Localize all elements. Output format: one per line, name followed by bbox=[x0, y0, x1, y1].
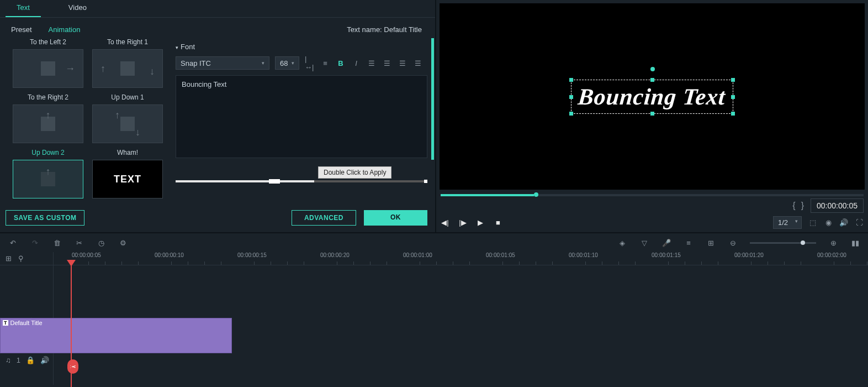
align-left-icon[interactable]: ☰ bbox=[367, 58, 377, 68]
render-icon[interactable]: ◈ bbox=[617, 238, 627, 248]
add-media-icon[interactable]: ⊞ bbox=[706, 238, 716, 248]
ruler-tick: 00:00:02:00 bbox=[817, 252, 846, 258]
add-track-icon[interactable]: ⊞ bbox=[6, 254, 12, 263]
ok-button[interactable]: OK bbox=[364, 210, 427, 226]
italic-button[interactable]: I bbox=[351, 58, 361, 68]
apply-tooltip: Double Click to Apply bbox=[318, 166, 391, 179]
font-section-header[interactable]: ▾Font bbox=[176, 43, 427, 51]
zoom-in-icon[interactable]: ⊕ bbox=[828, 238, 838, 248]
adjust-icon[interactable]: ⚙ bbox=[118, 238, 128, 248]
stop-icon[interactable]: ■ bbox=[494, 218, 502, 227]
ruler-tick: 00:00:00:05 bbox=[72, 252, 101, 258]
preview-zoom-select[interactable]: 1/2▾ bbox=[773, 216, 802, 229]
align-center-icon[interactable]: ☰ bbox=[382, 58, 392, 68]
ruler-tick: 00:00:01:20 bbox=[734, 252, 764, 258]
save-as-custom-button[interactable]: SAVE AS CUSTOM bbox=[6, 210, 84, 226]
delete-icon[interactable]: 🗑 bbox=[52, 238, 62, 248]
timeline-ruler[interactable]: 00:00:00:0500:00:00:1000:00:00:1500:00:0… bbox=[53, 252, 868, 265]
preset-label-left2: To the Left 2 bbox=[30, 38, 66, 46]
fullscreen-icon[interactable]: ⛶ bbox=[855, 218, 864, 227]
redo-icon[interactable]: ↷ bbox=[30, 238, 40, 248]
advanced-button[interactable]: ADVANCED bbox=[292, 210, 356, 226]
preview-timecode: 00:00:00:05 bbox=[811, 198, 864, 213]
text-selection-box[interactable]: Bouncing Text bbox=[571, 80, 733, 114]
play-icon[interactable]: ▶ bbox=[476, 218, 485, 227]
next-frame-icon[interactable]: |▶ bbox=[458, 218, 467, 227]
tab-video[interactable]: Video bbox=[57, 0, 98, 17]
animation-preset-list: To the Left 2 → To the Right 1 ↑↓ To the… bbox=[0, 38, 171, 203]
preset-label-updown1: Up Down 1 bbox=[111, 93, 144, 101]
mixer-icon[interactable]: ≡ bbox=[684, 238, 694, 248]
ruler-tick: 00:00:01:15 bbox=[652, 252, 681, 258]
timeline-clip[interactable]: TDefault Title bbox=[0, 318, 232, 353]
preview-seek-bar[interactable] bbox=[441, 194, 864, 196]
font-family-select[interactable]: Snap ITC▾ bbox=[176, 56, 269, 70]
tab-text[interactable]: Text bbox=[6, 0, 41, 17]
snapshot-icon[interactable]: ◉ bbox=[824, 218, 833, 227]
preset-thumb-right1[interactable]: ↑↓ bbox=[92, 49, 163, 88]
preset-label-wham: Wham! bbox=[117, 149, 138, 156]
ruler-tick: 00:00:00:20 bbox=[320, 252, 350, 258]
volume-icon[interactable]: 🔊 bbox=[839, 218, 848, 227]
prev-frame-icon[interactable]: ◀| bbox=[441, 218, 449, 227]
font-panel-scrollbar[interactable] bbox=[431, 38, 434, 160]
video-preview[interactable]: Bouncing Text bbox=[440, 3, 865, 190]
preset-thumb-updown1[interactable]: ↑↓ bbox=[92, 104, 163, 143]
zoom-slider[interactable] bbox=[750, 242, 816, 244]
ruler-tick: 00:00:00:10 bbox=[155, 252, 184, 258]
brace-left-icon[interactable]: { bbox=[792, 201, 795, 211]
voiceover-icon[interactable]: 🎤 bbox=[661, 238, 671, 248]
ruler-tick: 00:00:01:00 bbox=[403, 252, 432, 258]
preview-text: Bouncing Text bbox=[577, 83, 727, 110]
split-icon[interactable]: ✂ bbox=[74, 238, 84, 248]
brace-right-icon[interactable]: } bbox=[801, 201, 804, 211]
preset-thumb-right2[interactable]: ↑ bbox=[13, 104, 83, 143]
playhead[interactable] bbox=[71, 265, 72, 387]
preset-label-right2: To the Right 2 bbox=[28, 93, 68, 101]
line-spacing-icon[interactable]: ≡ bbox=[320, 58, 330, 68]
display-settings-icon[interactable]: ⬚ bbox=[808, 218, 817, 227]
zoom-out-icon[interactable]: ⊖ bbox=[728, 238, 738, 248]
zoom-fit-icon[interactable]: ▮▮ bbox=[850, 238, 860, 248]
bold-button[interactable]: B bbox=[336, 58, 346, 68]
ruler-tick: 00:00:01:05 bbox=[486, 252, 515, 258]
ruler-tick: 00:00:00:15 bbox=[237, 252, 267, 258]
text-name-label: Text name: Default Title bbox=[347, 25, 422, 34]
preset-thumb-wham[interactable]: TEXT bbox=[92, 160, 163, 198]
align-justify-icon[interactable]: ☰ bbox=[413, 58, 423, 68]
text-content-input[interactable]: Bouncing Text bbox=[176, 75, 427, 158]
subtab-animation[interactable]: Animation bbox=[49, 25, 81, 34]
magnet-icon[interactable]: ⚲ bbox=[18, 254, 24, 263]
font-size-select[interactable]: 68▾ bbox=[275, 56, 299, 70]
preset-thumb-left2[interactable]: → bbox=[13, 49, 83, 88]
settings-slider[interactable] bbox=[176, 179, 427, 184]
align-right-icon[interactable]: ☰ bbox=[398, 58, 407, 68]
top-tabs: Text Video bbox=[0, 0, 435, 18]
char-spacing-icon[interactable]: |↔| bbox=[305, 58, 315, 68]
preset-label-updown2: Up Down 2 bbox=[31, 149, 64, 156]
timeline[interactable]: ⊞ ⚲ 00:00:00:0500:00:00:1000:00:00:1500:… bbox=[0, 252, 868, 385]
undo-icon[interactable]: ↶ bbox=[8, 238, 18, 248]
preset-thumb-updown2[interactable]: ↑ bbox=[13, 160, 83, 198]
subtab-preset[interactable]: Preset bbox=[11, 25, 32, 34]
preset-label-right1: To the Right 1 bbox=[107, 38, 148, 46]
speed-icon[interactable]: ◷ bbox=[96, 238, 106, 248]
marker-icon[interactable]: ▽ bbox=[639, 238, 649, 248]
cut-marker-icon[interactable]: ✂ bbox=[67, 359, 78, 374]
ruler-tick: 00:00:01:10 bbox=[569, 252, 598, 258]
